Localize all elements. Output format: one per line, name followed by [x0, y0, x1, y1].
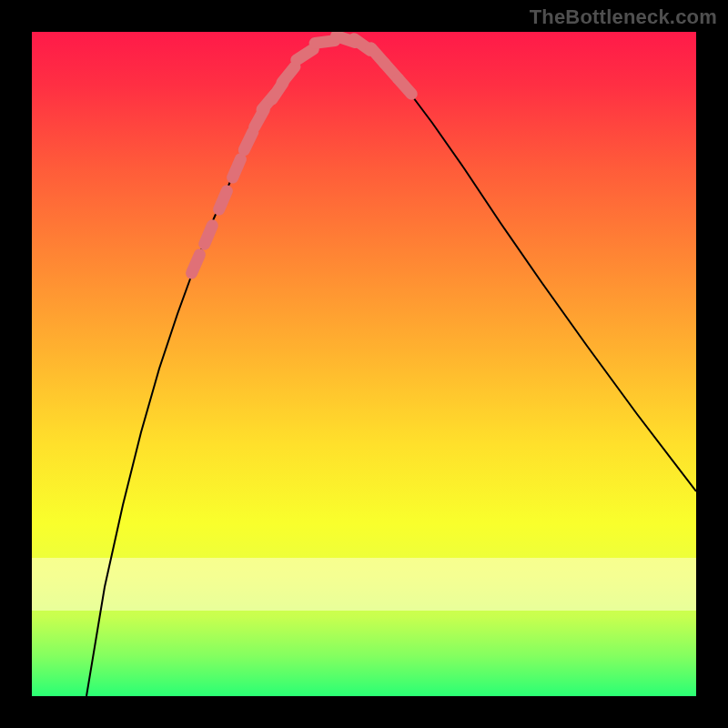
highlight-marker	[233, 159, 241, 177]
watermark-text: TheBottleneck.com	[530, 5, 717, 29]
bottleneck-curve	[86, 37, 696, 696]
highlight-marker	[219, 191, 228, 209]
curve-svg	[32, 32, 696, 696]
marker-group	[192, 36, 412, 274]
highlight-marker	[399, 79, 412, 94]
highlight-marker	[205, 226, 213, 244]
highlight-marker	[297, 49, 314, 60]
plot-area	[32, 32, 696, 696]
highlight-marker	[244, 132, 253, 150]
highlight-marker	[282, 66, 295, 82]
chart-stage: TheBottleneck.com	[0, 0, 728, 728]
highlight-marker	[315, 41, 335, 44]
highlight-marker	[192, 255, 200, 273]
curve-group	[86, 37, 696, 696]
